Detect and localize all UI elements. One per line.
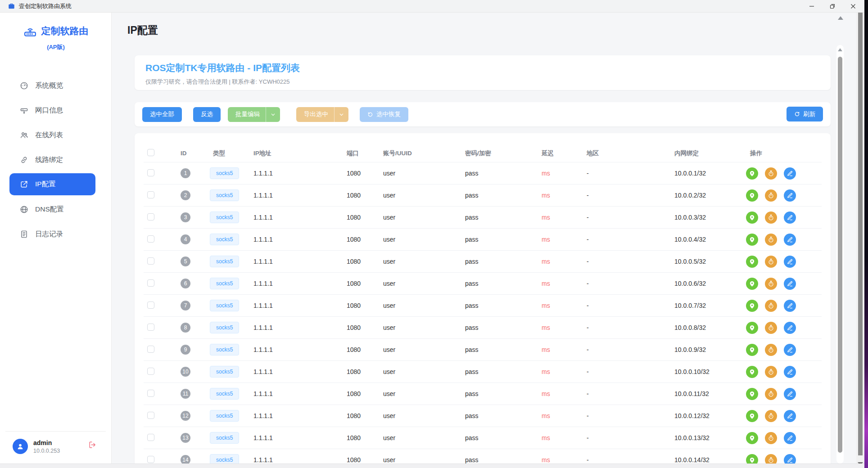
edit-button[interactable] — [784, 189, 796, 202]
select-all-checkbox[interactable] — [147, 149, 154, 156]
window-scrollbar[interactable] — [856, 13, 864, 468]
pass-cell: pass — [464, 412, 538, 419]
batch-edit-button[interactable]: 批量编辑 — [228, 107, 280, 122]
row-id-badge: 13 — [181, 433, 190, 443]
row-checkbox[interactable] — [147, 257, 154, 265]
location-button[interactable] — [746, 300, 758, 312]
sidebar-item-overview[interactable]: 系统概览 — [9, 76, 95, 95]
row-checkbox[interactable] — [147, 279, 154, 287]
batch-edit-dropdown[interactable] — [266, 107, 280, 122]
timer-button[interactable] — [765, 167, 777, 180]
edit-button[interactable] — [784, 454, 796, 464]
invert-select-button[interactable]: 反选 — [193, 107, 221, 122]
location-button[interactable] — [746, 167, 758, 180]
batch-edit-label[interactable]: 批量编辑 — [228, 107, 266, 122]
region-cell: - — [583, 368, 662, 375]
row-checkbox[interactable] — [147, 434, 154, 441]
timer-button[interactable] — [765, 388, 777, 400]
restore-selected-button[interactable]: 选中恢复 — [360, 107, 408, 122]
port-cell: 1080 — [344, 258, 380, 265]
location-button[interactable] — [746, 432, 758, 444]
row-checkbox[interactable] — [147, 235, 154, 243]
scroll-top-arrow-icon[interactable] — [838, 16, 843, 20]
user-cell: user — [380, 390, 464, 397]
close-button[interactable] — [843, 0, 863, 13]
edit-button[interactable] — [784, 322, 796, 334]
timer-button[interactable] — [765, 234, 777, 246]
sidebar-item-ports[interactable]: 网口信息 — [9, 100, 95, 120]
export-selected-button[interactable]: 导出选中 — [296, 107, 348, 122]
scroll-up-arrow-icon[interactable] — [838, 48, 842, 51]
edit-button[interactable] — [784, 410, 796, 422]
location-button[interactable] — [746, 212, 758, 224]
refresh-button[interactable]: 刷新 — [787, 107, 823, 122]
timer-button[interactable] — [765, 256, 777, 268]
minimize-button[interactable] — [801, 0, 822, 13]
sidebar-item-binding[interactable]: 线路绑定 — [9, 150, 95, 170]
edit-icon — [787, 413, 793, 419]
timer-button[interactable] — [765, 189, 777, 202]
content-scrollbar-thumb[interactable] — [838, 57, 842, 453]
maximize-restore-button[interactable] — [822, 0, 843, 13]
edit-button[interactable] — [784, 388, 796, 400]
location-button[interactable] — [746, 410, 758, 422]
location-button[interactable] — [746, 234, 758, 246]
row-checkbox[interactable] — [147, 302, 154, 309]
location-button[interactable] — [746, 366, 758, 378]
user-cell: user — [380, 258, 464, 265]
edit-button[interactable] — [784, 167, 796, 180]
edit-button[interactable] — [784, 300, 796, 312]
window-titlebar: 壹创定制软路由系统 — [0, 0, 864, 13]
row-checkbox[interactable] — [147, 191, 154, 198]
location-button[interactable] — [746, 278, 758, 290]
edit-button[interactable] — [784, 234, 796, 246]
sidebar-item-online[interactable]: 在线列表 — [9, 125, 95, 145]
sidebar-item-logs[interactable]: 日志记录 — [9, 224, 95, 244]
edit-button[interactable] — [784, 278, 796, 290]
location-button[interactable] — [746, 256, 758, 268]
user-cell: user — [380, 456, 464, 464]
timer-button[interactable] — [765, 344, 777, 356]
location-button[interactable] — [746, 344, 758, 356]
export-selected-label[interactable]: 导出选中 — [296, 107, 334, 122]
timer-button[interactable] — [765, 432, 777, 444]
row-checkbox[interactable] — [147, 368, 154, 375]
edit-button[interactable] — [784, 432, 796, 444]
select-all-button[interactable]: 选中全部 — [142, 107, 182, 122]
location-button[interactable] — [746, 322, 758, 334]
row-id-badge: 4 — [181, 234, 190, 244]
location-button[interactable] — [746, 388, 758, 400]
port-cell: 1080 — [344, 192, 380, 199]
location-button[interactable] — [746, 454, 758, 464]
export-dropdown[interactable] — [334, 107, 348, 122]
edit-button[interactable] — [784, 344, 796, 356]
timer-button[interactable] — [765, 366, 777, 378]
type-tag: socks5 — [210, 432, 239, 444]
edit-button[interactable] — [784, 366, 796, 378]
timer-button[interactable] — [765, 410, 777, 422]
type-tag: socks5 — [210, 300, 239, 311]
user-cell: user — [380, 192, 464, 199]
logout-icon[interactable] — [88, 441, 97, 449]
row-checkbox[interactable] — [147, 213, 154, 220]
timer-button[interactable] — [765, 278, 777, 290]
row-checkbox[interactable] — [147, 412, 154, 419]
timer-button[interactable] — [765, 322, 777, 334]
row-checkbox[interactable] — [147, 346, 154, 353]
edit-button[interactable] — [784, 212, 796, 224]
sidebar-item-dns[interactable]: DNS配置 — [9, 199, 95, 219]
row-checkbox[interactable] — [147, 456, 154, 463]
edit-button[interactable] — [784, 256, 796, 268]
row-checkbox[interactable] — [147, 169, 154, 176]
sidebar-item-ip-config[interactable]: IP配置 — [9, 173, 95, 195]
row-checkbox[interactable] — [147, 390, 154, 397]
content-scrollbar[interactable] — [836, 45, 844, 464]
timer-button[interactable] — [765, 212, 777, 224]
row-checkbox[interactable] — [147, 324, 154, 331]
location-button[interactable] — [746, 189, 758, 202]
timer-button[interactable] — [765, 300, 777, 312]
window-scrollbar-thumb[interactable] — [858, 13, 863, 455]
timer-icon — [768, 280, 774, 287]
location-icon — [749, 324, 755, 331]
timer-button[interactable] — [765, 454, 777, 464]
